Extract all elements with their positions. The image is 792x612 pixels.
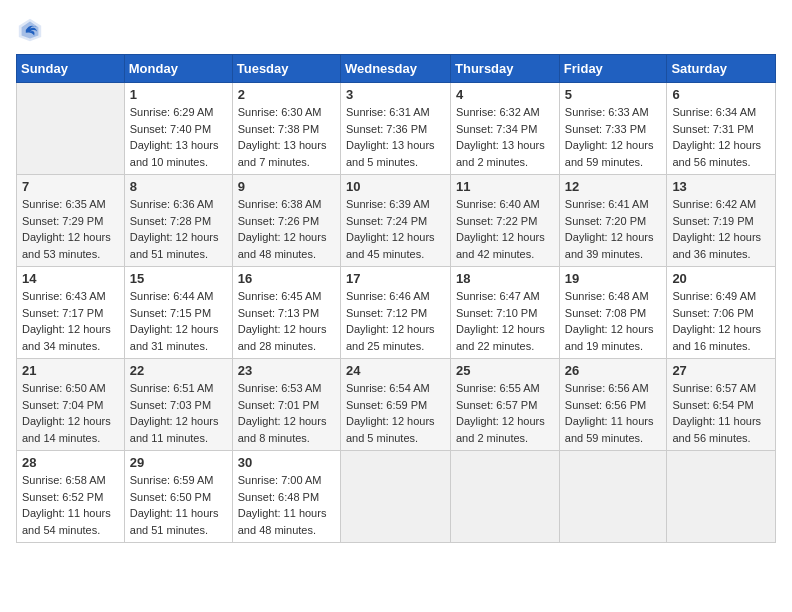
day-number: 24 — [346, 363, 445, 378]
sunrise-text: Sunrise: 6:35 AM — [22, 198, 106, 210]
daylight-text: Daylight: 12 hours and 34 minutes. — [22, 323, 111, 352]
day-detail: Sunrise: 6:39 AMSunset: 7:24 PMDaylight:… — [346, 196, 445, 262]
day-detail: Sunrise: 6:45 AMSunset: 7:13 PMDaylight:… — [238, 288, 335, 354]
daylight-text: Daylight: 12 hours and 48 minutes. — [238, 231, 327, 260]
sunset-text: Sunset: 7:03 PM — [130, 399, 211, 411]
sunset-text: Sunset: 6:59 PM — [346, 399, 427, 411]
calendar-table: SundayMondayTuesdayWednesdayThursdayFrid… — [16, 54, 776, 543]
sunset-text: Sunset: 7:31 PM — [672, 123, 753, 135]
sunset-text: Sunset: 7:33 PM — [565, 123, 646, 135]
calendar-cell: 6Sunrise: 6:34 AMSunset: 7:31 PMDaylight… — [667, 83, 776, 175]
day-detail: Sunrise: 6:33 AMSunset: 7:33 PMDaylight:… — [565, 104, 662, 170]
day-detail: Sunrise: 6:32 AMSunset: 7:34 PMDaylight:… — [456, 104, 554, 170]
calendar-cell: 4Sunrise: 6:32 AMSunset: 7:34 PMDaylight… — [451, 83, 560, 175]
sunrise-text: Sunrise: 6:55 AM — [456, 382, 540, 394]
sunset-text: Sunset: 7:26 PM — [238, 215, 319, 227]
day-detail: Sunrise: 7:00 AMSunset: 6:48 PMDaylight:… — [238, 472, 335, 538]
calendar-week-row: 1Sunrise: 6:29 AMSunset: 7:40 PMDaylight… — [17, 83, 776, 175]
day-number: 17 — [346, 271, 445, 286]
calendar-header-row: SundayMondayTuesdayWednesdayThursdayFrid… — [17, 55, 776, 83]
logo — [16, 16, 48, 44]
day-detail: Sunrise: 6:43 AMSunset: 7:17 PMDaylight:… — [22, 288, 119, 354]
calendar-cell: 7Sunrise: 6:35 AMSunset: 7:29 PMDaylight… — [17, 175, 125, 267]
calendar-cell: 27Sunrise: 6:57 AMSunset: 6:54 PMDayligh… — [667, 359, 776, 451]
sunrise-text: Sunrise: 6:38 AM — [238, 198, 322, 210]
sunset-text: Sunset: 6:52 PM — [22, 491, 103, 503]
daylight-text: Daylight: 12 hours and 45 minutes. — [346, 231, 435, 260]
day-detail: Sunrise: 6:34 AMSunset: 7:31 PMDaylight:… — [672, 104, 770, 170]
day-number: 28 — [22, 455, 119, 470]
day-number: 9 — [238, 179, 335, 194]
calendar-cell: 19Sunrise: 6:48 AMSunset: 7:08 PMDayligh… — [559, 267, 667, 359]
sunset-text: Sunset: 7:19 PM — [672, 215, 753, 227]
sunrise-text: Sunrise: 6:47 AM — [456, 290, 540, 302]
daylight-text: Daylight: 13 hours and 2 minutes. — [456, 139, 545, 168]
calendar-cell: 2Sunrise: 6:30 AMSunset: 7:38 PMDaylight… — [232, 83, 340, 175]
day-number: 19 — [565, 271, 662, 286]
calendar-cell: 12Sunrise: 6:41 AMSunset: 7:20 PMDayligh… — [559, 175, 667, 267]
day-number: 11 — [456, 179, 554, 194]
day-number: 15 — [130, 271, 227, 286]
day-number: 6 — [672, 87, 770, 102]
calendar-cell: 28Sunrise: 6:58 AMSunset: 6:52 PMDayligh… — [17, 451, 125, 543]
sunrise-text: Sunrise: 6:41 AM — [565, 198, 649, 210]
calendar-cell: 14Sunrise: 6:43 AMSunset: 7:17 PMDayligh… — [17, 267, 125, 359]
calendar-cell: 25Sunrise: 6:55 AMSunset: 6:57 PMDayligh… — [451, 359, 560, 451]
sunrise-text: Sunrise: 6:30 AM — [238, 106, 322, 118]
calendar-cell: 22Sunrise: 6:51 AMSunset: 7:03 PMDayligh… — [124, 359, 232, 451]
day-detail: Sunrise: 6:53 AMSunset: 7:01 PMDaylight:… — [238, 380, 335, 446]
calendar-cell — [667, 451, 776, 543]
calendar-cell: 15Sunrise: 6:44 AMSunset: 7:15 PMDayligh… — [124, 267, 232, 359]
sunrise-text: Sunrise: 6:40 AM — [456, 198, 540, 210]
calendar-cell: 17Sunrise: 6:46 AMSunset: 7:12 PMDayligh… — [340, 267, 450, 359]
calendar-cell: 26Sunrise: 6:56 AMSunset: 6:56 PMDayligh… — [559, 359, 667, 451]
day-detail: Sunrise: 6:54 AMSunset: 6:59 PMDaylight:… — [346, 380, 445, 446]
sunset-text: Sunset: 6:56 PM — [565, 399, 646, 411]
sunrise-text: Sunrise: 6:57 AM — [672, 382, 756, 394]
calendar-cell: 10Sunrise: 6:39 AMSunset: 7:24 PMDayligh… — [340, 175, 450, 267]
column-header-thursday: Thursday — [451, 55, 560, 83]
day-number: 26 — [565, 363, 662, 378]
calendar-cell: 29Sunrise: 6:59 AMSunset: 6:50 PMDayligh… — [124, 451, 232, 543]
calendar-cell: 16Sunrise: 6:45 AMSunset: 7:13 PMDayligh… — [232, 267, 340, 359]
sunset-text: Sunset: 6:50 PM — [130, 491, 211, 503]
daylight-text: Daylight: 11 hours and 51 minutes. — [130, 507, 219, 536]
day-detail: Sunrise: 6:29 AMSunset: 7:40 PMDaylight:… — [130, 104, 227, 170]
sunrise-text: Sunrise: 6:43 AM — [22, 290, 106, 302]
sunset-text: Sunset: 6:57 PM — [456, 399, 537, 411]
day-number: 27 — [672, 363, 770, 378]
calendar-cell: 23Sunrise: 6:53 AMSunset: 7:01 PMDayligh… — [232, 359, 340, 451]
daylight-text: Daylight: 12 hours and 31 minutes. — [130, 323, 219, 352]
day-number: 20 — [672, 271, 770, 286]
sunset-text: Sunset: 7:08 PM — [565, 307, 646, 319]
sunrise-text: Sunrise: 6:34 AM — [672, 106, 756, 118]
day-detail: Sunrise: 6:35 AMSunset: 7:29 PMDaylight:… — [22, 196, 119, 262]
sunset-text: Sunset: 7:12 PM — [346, 307, 427, 319]
calendar-week-row: 21Sunrise: 6:50 AMSunset: 7:04 PMDayligh… — [17, 359, 776, 451]
day-number: 29 — [130, 455, 227, 470]
calendar-week-row: 28Sunrise: 6:58 AMSunset: 6:52 PMDayligh… — [17, 451, 776, 543]
day-number: 21 — [22, 363, 119, 378]
calendar-cell: 18Sunrise: 6:47 AMSunset: 7:10 PMDayligh… — [451, 267, 560, 359]
sunset-text: Sunset: 7:40 PM — [130, 123, 211, 135]
day-detail: Sunrise: 6:30 AMSunset: 7:38 PMDaylight:… — [238, 104, 335, 170]
calendar-cell — [559, 451, 667, 543]
daylight-text: Daylight: 13 hours and 10 minutes. — [130, 139, 219, 168]
daylight-text: Daylight: 12 hours and 56 minutes. — [672, 139, 761, 168]
calendar-week-row: 7Sunrise: 6:35 AMSunset: 7:29 PMDaylight… — [17, 175, 776, 267]
column-header-friday: Friday — [559, 55, 667, 83]
sunrise-text: Sunrise: 6:58 AM — [22, 474, 106, 486]
sunset-text: Sunset: 6:54 PM — [672, 399, 753, 411]
day-detail: Sunrise: 6:55 AMSunset: 6:57 PMDaylight:… — [456, 380, 554, 446]
calendar-cell: 3Sunrise: 6:31 AMSunset: 7:36 PMDaylight… — [340, 83, 450, 175]
sunset-text: Sunset: 7:01 PM — [238, 399, 319, 411]
daylight-text: Daylight: 11 hours and 59 minutes. — [565, 415, 654, 444]
sunrise-text: Sunrise: 6:49 AM — [672, 290, 756, 302]
sunrise-text: Sunrise: 6:44 AM — [130, 290, 214, 302]
sunrise-text: Sunrise: 6:53 AM — [238, 382, 322, 394]
sunrise-text: Sunrise: 6:59 AM — [130, 474, 214, 486]
sunrise-text: Sunrise: 6:50 AM — [22, 382, 106, 394]
daylight-text: Daylight: 12 hours and 19 minutes. — [565, 323, 654, 352]
daylight-text: Daylight: 12 hours and 25 minutes. — [346, 323, 435, 352]
day-number: 12 — [565, 179, 662, 194]
